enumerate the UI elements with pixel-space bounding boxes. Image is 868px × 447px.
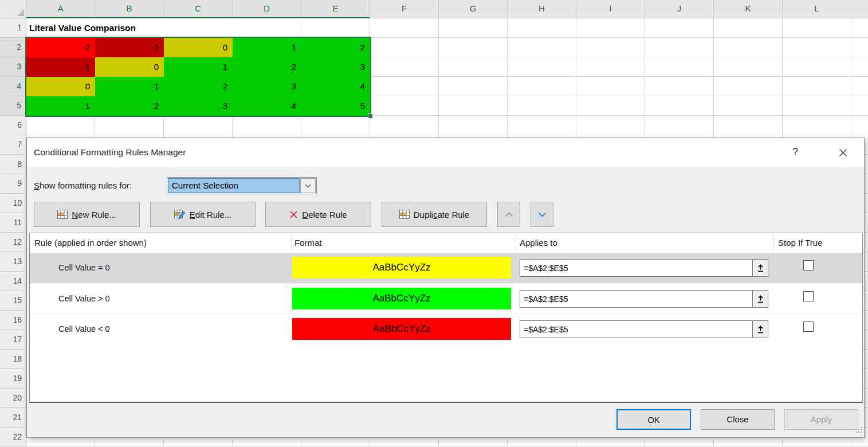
new-rule-button[interactable]: New Rule... [34, 202, 140, 227]
new-rule-label: New Rule... [72, 210, 116, 219]
row-header[interactable]: 17 [0, 330, 26, 350]
grid-cell[interactable]: 2 [164, 77, 233, 96]
move-rule-up-button[interactable] [497, 202, 520, 227]
fill-handle[interactable] [368, 113, 373, 119]
row-header[interactable]: 11 [0, 213, 26, 233]
column-header[interactable]: H [508, 0, 576, 18]
rule-format-preview: AaBbCcYyZz [292, 257, 511, 279]
row-header[interactable]: 15 [0, 291, 26, 311]
grid-cell[interactable]: 3 [233, 77, 301, 96]
select-all-triangle-icon [17, 9, 24, 16]
column-header[interactable]: D [233, 0, 301, 18]
collapse-dialog-arrow-icon [757, 264, 764, 272]
column-header[interactable]: A [26, 0, 95, 18]
row-header[interactable]: 7 [0, 135, 26, 155]
rules-list-header: Rule (applied in order shown) Format App… [30, 233, 862, 253]
row-header[interactable]: 14 [0, 272, 26, 291]
grid-cell[interactable]: 2 [301, 38, 370, 57]
row-header[interactable]: 20 [0, 389, 26, 408]
collapse-dialog-arrow-icon [757, 326, 764, 334]
apply-button[interactable]: Apply [784, 409, 858, 430]
row-headers: 1 2 3 4 5 6 7 8 9 10 11 12 13 14 15 [0, 18, 26, 447]
column-header[interactable]: I [576, 0, 645, 18]
ok-button[interactable]: OK [616, 409, 691, 430]
row-header[interactable]: 4 [0, 77, 26, 96]
rule-row[interactable]: Cell Value = 0 AaBbCcYyZz [30, 253, 862, 283]
duplicate-rule-table-icon [399, 210, 410, 219]
column-header[interactable]: J [645, 0, 714, 18]
range-selector-button[interactable] [752, 291, 768, 307]
delete-x-icon [289, 210, 298, 219]
row-header[interactable]: 18 [0, 350, 26, 369]
applies-to-input[interactable] [520, 291, 752, 307]
column-header[interactable]: B [95, 0, 164, 18]
row-header[interactable]: 13 [0, 252, 26, 272]
rule-row[interactable]: Cell Value < 0 AaBbCcYyZz [30, 313, 862, 344]
column-header[interactable]: L [783, 0, 851, 18]
select-all-corner[interactable] [0, 0, 26, 18]
row-header[interactable]: 2 [0, 38, 26, 57]
stop-if-true-checkbox[interactable] [803, 321, 814, 332]
grid-cell[interactable]: 2 [95, 96, 164, 116]
row-header[interactable]: 9 [0, 174, 26, 194]
grid-cell[interactable]: -1 [95, 38, 164, 57]
row-header[interactable]: 3 [0, 57, 26, 77]
duplicate-rule-button[interactable]: Duplicate Rule [382, 202, 487, 227]
edit-rule-label: Edit Rule... [190, 210, 231, 219]
grid-cell[interactable]: 4 [301, 77, 370, 96]
row-header[interactable]: 10 [0, 194, 26, 213]
grid-cell[interactable]: 1 [164, 57, 233, 77]
rule-column-header: Rule (applied in order shown) [34, 233, 147, 253]
row-header[interactable]: 5 [0, 96, 26, 116]
formatted-cell-range: -2 -1 0 1 2 -1 0 1 2 3 0 1 2 3 4 1 [26, 38, 370, 116]
row-header[interactable]: 19 [0, 369, 26, 389]
range-selector-button[interactable] [752, 321, 768, 338]
grid-cell[interactable]: 0 [95, 57, 164, 77]
range-selector-button[interactable] [752, 260, 768, 276]
grid-cell[interactable]: 0 [164, 38, 233, 57]
column-header[interactable]: K [714, 0, 783, 18]
row-header[interactable]: 21 [0, 408, 26, 428]
row-header[interactable]: 8 [0, 155, 26, 174]
scope-dropdown-button[interactable] [300, 178, 316, 193]
column-header[interactable]: F [370, 0, 439, 18]
grid-cell[interactable]: -1 [26, 57, 95, 77]
column-header[interactable]: C [164, 0, 233, 18]
row-header[interactable]: 12 [0, 233, 26, 252]
rule-condition-label: Cell Value = 0 [58, 253, 110, 283]
grid-cell[interactable]: 1 [26, 96, 95, 116]
grid-cell[interactable]: 2 [233, 57, 301, 77]
grid-cell[interactable]: 1 [95, 77, 164, 96]
edit-rule-button[interactable]: Edit Rule... [150, 202, 256, 227]
rule-format-preview: AaBbCcYyZz [292, 288, 511, 309]
grid-cell[interactable]: 1 [233, 38, 301, 57]
applies-to-input[interactable] [520, 260, 752, 276]
help-button[interactable]: ? [783, 138, 807, 167]
stop-if-true-checkbox[interactable] [803, 291, 814, 301]
resize-grip[interactable] [855, 425, 862, 436]
close-dialog-button[interactable]: Close [701, 409, 775, 430]
row-header[interactable]: 16 [0, 311, 26, 330]
grid-cell[interactable]: -2 [26, 38, 95, 57]
scope-dropdown[interactable]: Current Selection [167, 177, 317, 194]
grid-cell[interactable]: 0 [26, 77, 95, 96]
grid-cell[interactable]: 3 [301, 57, 370, 77]
move-rule-down-button[interactable] [531, 202, 553, 227]
cell-a1-title[interactable]: Literal Value Comparison [26, 18, 233, 38]
column-header[interactable]: E [301, 0, 370, 18]
row-header[interactable]: 6 [0, 116, 26, 135]
stop-if-true-checkbox[interactable] [803, 260, 814, 270]
column-header[interactable]: G [439, 0, 508, 18]
collapse-dialog-arrow-icon [757, 295, 764, 303]
rule-row[interactable]: Cell Value > 0 AaBbCcYyZz [30, 283, 862, 313]
row-header[interactable]: 1 [0, 18, 26, 38]
delete-rule-button[interactable]: Delete Rule [265, 202, 371, 227]
row-header[interactable]: 22 [0, 428, 26, 447]
grid-cell[interactable]: 4 [233, 96, 301, 116]
grid-cell[interactable]: 5 [301, 96, 370, 116]
applies-to-input[interactable] [520, 321, 752, 338]
dialog-titlebar[interactable]: Conditional Formatting Rules Manager ? [27, 138, 864, 167]
close-button[interactable] [829, 138, 857, 167]
format-column-header: Format [294, 233, 322, 253]
grid-cell[interactable]: 3 [164, 96, 233, 116]
